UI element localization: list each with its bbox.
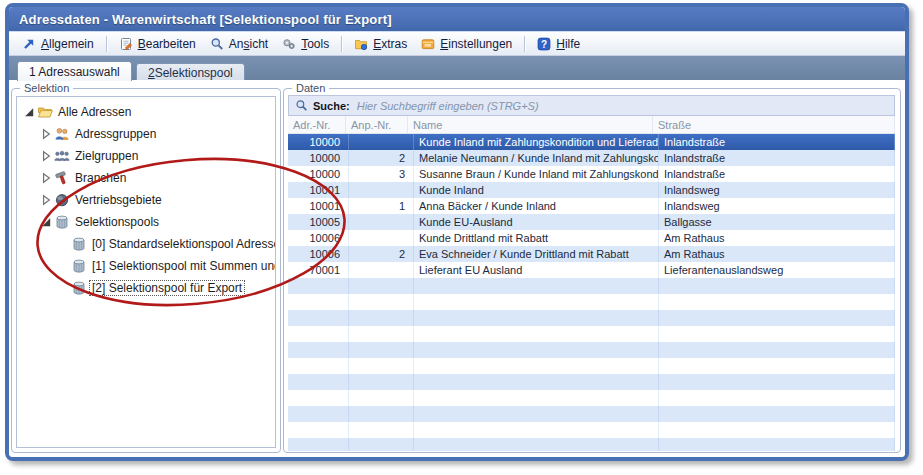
table-row[interactable]: 10006Kunde Drittland mit RabattAm Rathau… [288, 230, 895, 246]
menu-separator [341, 36, 342, 52]
column-header-straße[interactable]: Straße [653, 116, 895, 133]
tree-item-alle-adressen[interactable]: Alle Adressen [17, 101, 275, 123]
cell-adr-nr: 70001 [288, 262, 349, 278]
cell-name [414, 342, 659, 358]
table-row[interactable]: 10001Kunde InlandInlandsweg [288, 182, 895, 198]
table-row[interactable]: 100011Anna Bäcker / Kunde InlandInlandsw… [288, 198, 895, 214]
cell-name: Kunde Drittland mit Rabatt [414, 230, 659, 246]
tab-2-selektionspool[interactable]: 2 Selektionspool [136, 63, 245, 81]
tree-item-label: [0] Standardselektionspool Adressen [92, 237, 276, 251]
tree-item-0-standardselektionspool-adressen[interactable]: [0] Standardselektionspool Adressen [17, 233, 275, 255]
table-row-empty [288, 358, 895, 374]
table-row[interactable]: 100003Susanne Braun / Kunde Inland mit Z… [288, 166, 895, 182]
edit-page-icon [119, 37, 133, 51]
expand-arrow-icon[interactable] [40, 172, 52, 184]
expand-arrow-icon[interactable] [40, 150, 52, 162]
cell-anp-nr [349, 406, 414, 422]
cell-name [414, 422, 659, 438]
table-row-empty [288, 422, 895, 438]
cell-anp-nr [349, 278, 414, 294]
menu-item-allgemein[interactable]: Allgemein [15, 35, 101, 53]
cell-anp-nr [349, 326, 414, 342]
table-row[interactable]: 100062Eva Schneider / Kunde Drittland mi… [288, 246, 895, 262]
tree-item-zielgruppen[interactable]: Zielgruppen [17, 145, 275, 167]
collapse-arrow-icon[interactable] [23, 106, 35, 118]
cell-adr-nr: 10005 [288, 214, 349, 230]
table-row-empty [288, 374, 895, 390]
search-input[interactable]: Suche: Hier Suchbegriff eingeben (STRG+S… [288, 95, 895, 116]
menu-item-einstellungen[interactable]: Einstellungen [414, 35, 519, 53]
cell-anp-nr [349, 438, 414, 451]
tree-item-adressgruppen[interactable]: Adressgruppen [17, 123, 275, 145]
folder-extras-icon [354, 37, 368, 51]
people-two-icon [54, 126, 70, 142]
table-row-empty [288, 326, 895, 342]
tree-item-label: Zielgruppen [75, 149, 138, 163]
cell-name: Melanie Neumann / Kunde Inland mit Zahlu… [414, 150, 659, 166]
cell-name [414, 406, 659, 422]
column-header-anp-nr[interactable]: Anp.-Nr. [346, 116, 408, 133]
window-title: Adressdaten - Warenwirtschaft [Selektion… [19, 12, 392, 27]
cell-anp-nr: 2 [349, 246, 414, 262]
cell-anp-nr [349, 230, 414, 246]
cell-anp-nr [349, 310, 414, 326]
menu-item-label: Hilfe [556, 37, 580, 51]
search-icon [295, 99, 308, 112]
cell-straße: Inlandsweg [659, 198, 895, 214]
cell-name [414, 390, 659, 406]
table-row-empty [288, 310, 895, 326]
table-row[interactable]: 100002Melanie Neumann / Kunde Inland mit… [288, 150, 895, 166]
menu-item-ansicht[interactable]: Ansicht [203, 35, 275, 53]
tree-item-branchen[interactable]: Branchen [17, 167, 275, 189]
column-header-name[interactable]: Name [408, 116, 653, 133]
cell-name: Eva Schneider / Kunde Drittland mit Raba… [414, 246, 659, 262]
menu-item-label: Ansicht [229, 37, 268, 51]
tree-item-vertriebsgebiete[interactable]: Vertriebsgebiete [17, 189, 275, 211]
expand-arrow-icon[interactable] [40, 194, 52, 206]
help-icon: ? [537, 37, 551, 51]
tab-1-adressauswahl[interactable]: 1 Adressauswahl [17, 61, 132, 81]
cell-adr-nr: 10006 [288, 230, 349, 246]
cell-adr-nr: 10006 [288, 246, 349, 262]
tree-item-1-selektionspool-mit-summen-und-grupp[interactable]: [1] Selektionspool mit Summen und Grupp [17, 255, 275, 277]
cell-adr-nr [288, 406, 349, 422]
menu-item-hilfe[interactable]: ?Hilfe [530, 35, 587, 53]
menu-item-bearbeiten[interactable]: Bearbeiten [112, 35, 203, 53]
collapse-arrow-icon[interactable] [40, 216, 52, 228]
tree-item-label: Adressgruppen [75, 127, 156, 141]
cell-straße: Inlandstraße [659, 150, 895, 166]
table-row[interactable]: 10000Kunde Inland mit Zahlungskondition … [288, 134, 895, 150]
cell-straße: Inlandstraße [659, 166, 895, 182]
table-row-empty [288, 406, 895, 422]
selektion-legend: Selektion [20, 82, 73, 94]
title-bar[interactable]: Adressdaten - Warenwirtschaft [Selektion… [9, 7, 905, 32]
cell-anp-nr [349, 422, 414, 438]
cell-name [414, 438, 659, 451]
table-row[interactable]: 70001Lieferant EU AuslandLieferantenausl… [288, 262, 895, 278]
arrow-up-right-icon [22, 37, 36, 51]
table-row[interactable]: 10005Kunde EU-AuslandBallgasse [288, 214, 895, 230]
menu-item-tools[interactable]: Tools [275, 35, 336, 53]
column-header-adr-nr[interactable]: Adr.-Nr. [288, 116, 346, 133]
magnifier-icon [210, 37, 224, 51]
tab-strip: 1 Adressauswahl2 Selektionspool [9, 56, 905, 81]
cell-name [414, 278, 659, 294]
tree-item-label: [1] Selektionspool mit Summen und Grupp [92, 259, 276, 273]
cell-straße [659, 374, 895, 390]
tree-item-selektionspools[interactable]: Selektionspools [17, 211, 275, 233]
cell-name: Anna Bäcker / Kunde Inland [414, 198, 659, 214]
expand-arrow-icon[interactable] [40, 128, 52, 140]
menu-item-extras[interactable]: Extras [347, 35, 414, 53]
cell-adr-nr: 10000 [288, 150, 349, 166]
tree-item-label: [2] Selektionspool für Export [89, 280, 245, 296]
cell-adr-nr: 10000 [288, 166, 349, 182]
table-row-empty [288, 342, 895, 358]
cell-anp-nr [349, 358, 414, 374]
cell-straße: Am Rathaus [659, 246, 895, 262]
tree-item-2-selektionspool-für-export[interactable]: [2] Selektionspool für Export [17, 277, 275, 299]
cell-adr-nr [288, 390, 349, 406]
app-window: Adressdaten - Warenwirtschaft [Selektion… [5, 3, 909, 461]
cell-anp-nr [349, 374, 414, 390]
address-tree: Alle AdressenAdressgruppenZielgruppenBra… [16, 96, 276, 448]
menu-item-label: Bearbeiten [138, 37, 196, 51]
